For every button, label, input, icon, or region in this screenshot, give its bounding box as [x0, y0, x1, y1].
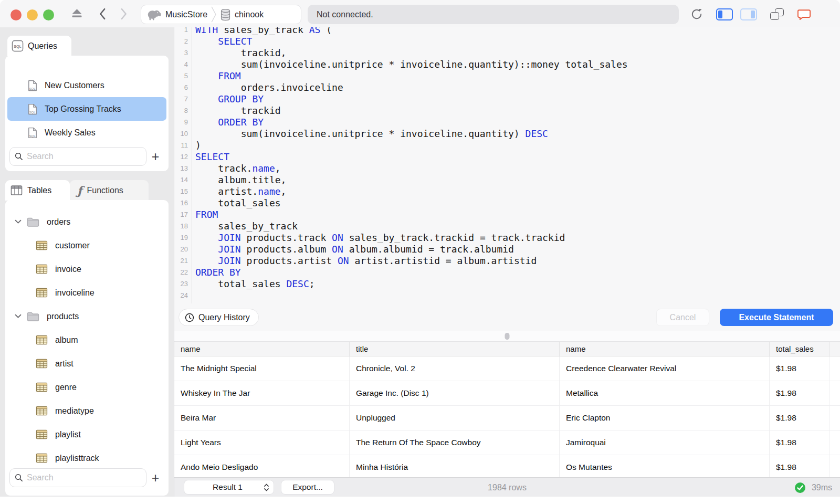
eject-icon: [71, 8, 83, 18]
code-line: 15 artist.name,: [174, 186, 840, 197]
results-column-header[interactable]: title: [350, 342, 560, 356]
minimize-window-button[interactable]: [27, 9, 38, 20]
code-text: JOIN products.track ON sales_by_track.tr…: [192, 232, 565, 244]
line-number: 11: [174, 140, 192, 151]
forward-button[interactable]: [120, 8, 128, 20]
line-number: 13: [174, 163, 192, 174]
code-text: JOIN products.album ON album.albumid = t…: [192, 244, 514, 255]
results-column-header[interactable]: name: [174, 342, 350, 356]
tab-tables[interactable]: Tables: [5, 180, 70, 201]
result-cell[interactable]: Ando Meio Desligado: [174, 455, 350, 477]
tree-item[interactable]: playlist: [5, 423, 169, 446]
execute-statement-button[interactable]: Execute Statement: [720, 309, 833, 326]
export-button[interactable]: Export...: [281, 480, 334, 495]
tree-item[interactable]: mediatype: [5, 399, 169, 423]
chevron-down-icon[interactable]: [15, 314, 22, 319]
tree-item[interactable]: customer: [5, 234, 169, 257]
chevron-down-icon[interactable]: [15, 219, 22, 224]
results-column-header[interactable]: name: [560, 342, 770, 356]
breadcrumb-database[interactable]: chinook: [220, 8, 264, 21]
result-cell[interactable]: $1.98: [770, 455, 830, 477]
feedback-button[interactable]: [797, 9, 811, 20]
result-cell[interactable]: $1.98: [770, 430, 830, 455]
tree-item[interactable]: invoice: [5, 257, 169, 281]
titlebar: MusicStore chinook Not connected.: [0, 0, 840, 27]
sql-file-icon: SQL: [28, 103, 37, 115]
results-column-header[interactable]: total_sales: [770, 342, 830, 356]
breadcrumb-separator-icon: [211, 6, 216, 23]
add-table-button[interactable]: +: [146, 469, 164, 487]
result-row[interactable]: Light Years The Return Of The Space Cowb…: [174, 430, 840, 455]
toggle-left-sidebar-button[interactable]: [716, 8, 733, 20]
breadcrumb-server[interactable]: MusicStore: [146, 8, 207, 21]
result-cell[interactable]: $1.98: [770, 406, 830, 430]
query-list-item[interactable]: SQL Top Grossing Tracks: [7, 97, 166, 121]
tree-item[interactable]: invoiceline: [5, 281, 169, 304]
tree-item-label: album: [55, 335, 78, 345]
result-cell[interactable]: $1.98: [770, 356, 830, 381]
tree-item-label: playlisttrack: [55, 454, 99, 463]
result-cell[interactable]: $1.98: [770, 381, 830, 405]
table-icon: [36, 406, 48, 416]
fullscreen-window-button[interactable]: [43, 9, 54, 20]
result-cell[interactable]: Chronicle, Vol. 2: [350, 356, 560, 381]
windows-button[interactable]: [770, 8, 784, 20]
result-cell[interactable]: Garage Inc. (Disc 1): [350, 381, 560, 405]
tree-item[interactable]: artist: [5, 352, 169, 375]
cancel-button[interactable]: Cancel: [656, 309, 709, 326]
tree-item[interactable]: album: [5, 328, 169, 352]
result-cell[interactable]: Eric Clapton: [560, 406, 770, 430]
result-cell[interactable]: Jamiroquai: [560, 430, 770, 455]
result-cell[interactable]: Beira Mar: [174, 406, 350, 430]
result-cell[interactable]: Whiskey In The Jar: [174, 381, 350, 405]
result-cell-filler: [830, 406, 840, 430]
sql-editor[interactable]: 1 WITH sales_by_track AS ( 2 SELECT 3 tr…: [174, 27, 840, 303]
code-line: 12 SELECT: [174, 151, 840, 163]
toggle-right-sidebar-button[interactable]: [740, 8, 757, 20]
splitter-grip[interactable]: [505, 333, 510, 340]
stepper-icon: [264, 483, 269, 492]
result-cell[interactable]: Metallica: [560, 381, 770, 405]
reload-button[interactable]: [690, 8, 703, 20]
code-line: 23 total_sales DESC;: [174, 278, 840, 290]
tab-tables-label: Tables: [27, 186, 51, 195]
result-cell[interactable]: Os Mutantes: [560, 455, 770, 477]
query-list-item[interactable]: SQL New Customers: [7, 74, 166, 97]
query-list: SQL New Customers SQL Top Gross: [5, 74, 169, 144]
result-cell[interactable]: Light Years: [174, 430, 350, 455]
result-cell[interactable]: Unplugged: [350, 406, 560, 430]
tree-item[interactable]: genre: [5, 375, 169, 399]
folder-icon: [27, 311, 39, 322]
add-query-button[interactable]: +: [146, 148, 164, 165]
result-cell[interactable]: Creedence Clearwater Revival: [560, 356, 770, 381]
query-history-button[interactable]: Query History: [178, 309, 259, 326]
tab-queries[interactable]: SQL Queries: [7, 36, 71, 56]
close-window-button[interactable]: [10, 9, 22, 20]
result-row[interactable]: Whiskey In The Jar Garage Inc. (Disc 1) …: [174, 381, 840, 406]
result-cell[interactable]: The Return Of The Space Cowboy: [350, 430, 560, 455]
success-check-icon: [794, 482, 806, 494]
query-list-item[interactable]: SQL Weekly Sales: [7, 121, 166, 144]
tree-item[interactable]: products: [5, 304, 169, 328]
query-duration: 39ms: [794, 478, 832, 497]
result-row[interactable]: Beira Mar Unplugged Eric Clapton $1.98: [174, 406, 840, 430]
table-icon: [36, 359, 48, 369]
pane-splitter[interactable]: [174, 331, 840, 341]
table-icon: [36, 240, 48, 250]
code-text: sum(invoiceline.unitprice * invoiceline.…: [192, 59, 628, 70]
result-cell[interactable]: The Midnight Special: [174, 356, 350, 381]
query-search-input[interactable]: [9, 147, 146, 166]
back-button[interactable]: [99, 8, 106, 20]
tree-item-label: playlist: [55, 430, 81, 439]
tree-item-label: genre: [55, 383, 77, 392]
result-cell[interactable]: Minha História: [350, 455, 560, 477]
tab-functions[interactable]: ƒ Functions: [70, 180, 149, 201]
table-search-input[interactable]: [9, 468, 146, 487]
result-row[interactable]: Ando Meio Desligado Minha História Os Mu…: [174, 455, 840, 477]
results-header: nametitlenametotal_sales: [174, 341, 840, 356]
tree-item[interactable]: orders: [5, 210, 169, 234]
result-selector[interactable]: Result 1: [184, 480, 274, 495]
code-text: total_sales DESC;: [192, 278, 315, 290]
result-row[interactable]: The Midnight Special Chronicle, Vol. 2 C…: [174, 356, 840, 381]
disconnect-eject-button[interactable]: [71, 8, 83, 18]
